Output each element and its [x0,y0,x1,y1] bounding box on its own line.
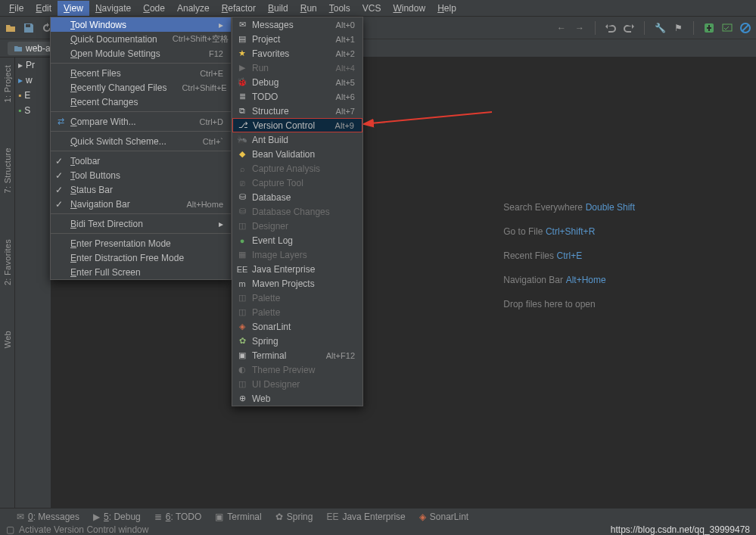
menuitem-tool-buttons[interactable]: ✓Tool Buttons [51,168,231,182]
menuitem-quick-documentation[interactable]: Quick DocumentationCtrl+Shift+空格 [51,32,231,46]
tip-line: Go to File Ctrl+Shift+R [503,226,635,237]
redo-icon[interactable] [623,22,635,34]
bottom-spring[interactable]: ✿Spring [275,512,313,522]
project-row[interactable]: ▪S [15,103,51,118]
side-tab-project[interactable]: 1: Project [3,65,12,102]
toolwin-spring[interactable]: ✿Spring [232,334,362,348]
toolwin-palette: ◫Palette [232,305,362,319]
view-menu-popup: Tool Windows▸Quick DocumentationCtrl+Shi… [50,17,232,280]
toolwin-palette: ◫Palette [232,291,362,305]
toolwin-sonarlint[interactable]: ◈SonarLint [232,319,362,334]
bottom-sonarlint[interactable]: ◈SonarLint [419,512,468,522]
toolwin-capture-tool: ⎚Capture Tool [232,176,362,190]
toolwin-web[interactable]: ⊕Web [232,391,362,406]
editor-tips: Search Everywhere Double ShiftGo to File… [503,201,635,309]
toolwin-event-log[interactable]: ●Event Log [232,233,362,247]
toolwin-ant-build[interactable]: 🐜Ant Build [232,132,362,147]
menuitem-quick-switch-scheme-[interactable]: Quick Switch Scheme...Ctrl+` [51,134,231,148]
menuitem-navigation-bar[interactable]: ✓Navigation BarAlt+Home [51,197,231,211]
bottom-terminal[interactable]: ▣Terminal [215,512,261,522]
folder-icon [14,44,23,53]
toolwin-database-changes: ⛁Database Changes [232,204,362,219]
bottom-tool-bar: ✉0: Messages▶5: Debug≣6: TODO▣Terminal✿S… [0,508,756,524]
stop-icon[interactable] [739,22,751,34]
watermark-url: https://blog.csdn.net/qq_39999478 [611,524,750,535]
toolwin-structure[interactable]: ⧉StructureAlt+7 [232,104,362,118]
menuitem-compare-with-[interactable]: ⇄Compare With...Ctrl+D [51,114,231,129]
status-message: Activate Version Control window [19,524,148,535]
menu-navigate[interactable]: Navigate [89,1,137,16]
tip-line: Search Everywhere Double Shift [503,201,635,213]
bottom-java-enterprise[interactable]: EEJava Enterprise [326,512,405,522]
toolwin-designer: ◫Designer [232,219,362,233]
toolwin-todo[interactable]: ≣TODOAlt+6 [232,89,362,104]
menuitem-enter-full-screen[interactable]: Enter Full Screen [51,265,231,279]
toolwin-ui-designer: ◫UI Designer [232,377,362,391]
menu-view[interactable]: View [58,1,89,16]
toolwin-terminal[interactable]: ▣TerminalAlt+F12 [232,348,362,362]
git-icon[interactable] [703,22,715,34]
open-icon[interactable] [5,22,17,34]
project-panel: ▸Pr▸w▪E▪S [15,58,51,512]
toolwin-maven-projects[interactable]: mMaven Projects [232,276,362,291]
menuitem-enter-distraction-free-mode[interactable]: Enter Distraction Free Mode [51,250,231,265]
menu-run[interactable]: Run [294,1,323,16]
toolwin-messages[interactable]: ✉MessagesAlt+0 [232,17,362,32]
menu-vcs[interactable]: VCS [356,1,387,16]
menu-window[interactable]: Window [387,1,431,16]
toolwin-favorites[interactable]: ★FavoritesAlt+2 [232,46,362,61]
menu-edit[interactable]: Edit [30,1,58,16]
undo-icon[interactable] [605,22,617,34]
svg-line-4 [742,25,748,31]
toolwin-java-enterprise[interactable]: EEJava Enterprise [232,262,362,276]
toolwin-theme-preview: ◐Theme Preview [232,362,362,377]
menuitem-status-bar[interactable]: ✓Status Bar [51,182,231,197]
toolwin-image-layers: ▦Image Layers [232,247,362,262]
menu-code[interactable]: Code [137,1,171,16]
save-icon[interactable] [23,22,35,34]
side-tab-favorites[interactable]: 2: Favorites [3,239,12,285]
menuitem-bidi-text-direction[interactable]: Bidi Text Direction▸ [51,216,231,231]
bottom--todo[interactable]: ≣6: TODO [154,512,202,522]
menu-build[interactable]: Build [262,1,294,16]
menuitem-enter-presentation-mode[interactable]: Enter Presentation Mode [51,236,231,250]
bottom--debug[interactable]: ▶5: Debug [93,512,141,522]
menu-refactor[interactable]: Refactor [216,1,262,16]
toolwin-run: ▶RunAlt+4 [232,61,362,75]
tip-line: Recent Files Ctrl+E [503,250,635,261]
toolwin-debug[interactable]: 🐞DebugAlt+5 [232,75,362,89]
back-icon[interactable]: ← [555,22,568,34]
window-icon[interactable]: ▢ [6,524,14,535]
flag-icon[interactable]: ⚑ [672,22,684,34]
toolwin-project[interactable]: ▤ProjectAlt+1 [232,32,362,46]
monitor-icon[interactable] [721,22,733,34]
side-tab-web[interactable]: Web [3,331,12,348]
menu-analyze[interactable]: Analyze [171,1,216,16]
menuitem-recent-files[interactable]: Recent FilesCtrl+E [51,66,231,80]
tip-line: Drop files here to open [503,298,635,309]
left-tool-strip: 1: Project7: Structure2: FavoritesWeb [0,58,15,512]
menuitem-recent-changes[interactable]: Recent Changes [51,95,231,109]
menu-tools[interactable]: Tools [323,1,356,16]
toolwin-version-control[interactable]: ⎇Version ControlAlt+9 [232,118,362,132]
project-row[interactable]: ▸Pr [15,58,51,73]
svg-rect-0 [26,24,30,27]
toolwin-database[interactable]: ⛁Database [232,190,362,204]
menu-file[interactable]: File [3,1,30,16]
project-row[interactable]: ▪E [15,88,51,103]
toolwin-capture-analysis: ⌕Capture Analysis [232,161,362,176]
menubar: FileEditViewNavigateCodeAnalyzeRefactorB… [0,0,756,17]
forward-icon[interactable]: → [574,22,586,34]
side-tab-structure[interactable]: 7: Structure [3,148,12,193]
toolwin-bean-validation[interactable]: ◆Bean Validation [232,147,362,161]
project-row[interactable]: ▸w [15,73,51,88]
bottom--messages[interactable]: ✉0: Messages [17,512,79,522]
wrench-icon[interactable]: 🔧 [654,22,666,34]
menuitem-tool-windows[interactable]: Tool Windows▸ [51,17,231,32]
menu-help[interactable]: Help [431,1,462,16]
menuitem-open-module-settings[interactable]: Open Module SettingsF12 [51,46,231,61]
menuitem-toolbar[interactable]: ✓Toolbar [51,154,231,168]
status-bar: ▢ Activate Version Control window https:… [0,524,756,535]
tool-windows-submenu: ✉MessagesAlt+0▤ProjectAlt+1★FavoritesAlt… [232,17,363,406]
menuitem-recently-changed-files[interactable]: Recently Changed FilesCtrl+Shift+E [51,80,231,95]
